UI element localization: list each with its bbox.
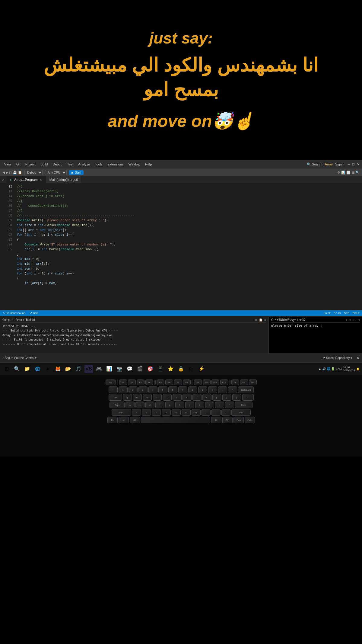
terminal-max-btn[interactable]: □ — [358, 318, 360, 322]
key-rbracket[interactable]: ] — [232, 394, 241, 401]
key-0[interactable]: 0 — [208, 386, 217, 393]
key-backtick[interactable]: ` — [109, 386, 118, 393]
notification-btn[interactable]: 🔔 — [356, 367, 360, 370]
taskbar-edge[interactable]: 🌐 — [33, 365, 42, 373]
config-dropdown[interactable]: Debug — [24, 170, 43, 175]
key-r[interactable]: r — [153, 394, 162, 401]
key-7[interactable]: 7 — [178, 386, 187, 393]
terminal-split-btn[interactable]: ⊟ — [349, 318, 351, 322]
key-rctrl[interactable]: Ctrl — [222, 417, 233, 423]
key-slash[interactable]: / — [221, 409, 230, 416]
key-pgup[interactable]: ↑PgUp — [233, 417, 244, 423]
taskbar-app9[interactable]: 📷 — [115, 365, 124, 373]
key-2[interactable]: 2 — [129, 386, 138, 393]
key-equals[interactable]: = — [228, 386, 237, 393]
menu-project[interactable]: Project — [24, 162, 37, 167]
menu-tools[interactable]: Tools — [93, 162, 104, 167]
platform-dropdown[interactable]: Any CPU — [45, 170, 67, 175]
key-c[interactable]: c — [152, 409, 161, 416]
menu-extensions[interactable]: Extensions — [106, 162, 125, 167]
menu-view[interactable]: View — [2, 162, 13, 167]
key-quote[interactable]: ' — [225, 402, 234, 408]
key-semicolon[interactable]: ; — [215, 402, 224, 408]
menu-debug[interactable]: Debug — [51, 162, 64, 167]
key-comma[interactable]: , — [202, 409, 211, 416]
key-win[interactable]: ⊞ — [119, 417, 129, 423]
key-g[interactable]: g — [165, 402, 174, 408]
key-backspace[interactable]: Backspace — [238, 386, 254, 393]
key-w[interactable]: w — [133, 394, 142, 401]
tray-icons[interactable]: ▲ 🔊 🌐 🔋 — [318, 367, 335, 370]
key-l[interactable]: l — [205, 402, 214, 408]
taskbar-app17[interactable]: ⚡ — [197, 365, 206, 373]
taskbar-app4[interactable]: 📂 — [64, 365, 72, 373]
taskbar-app15[interactable]: 🔒 — [177, 365, 185, 373]
start-button[interactable]: ▶ Start — [69, 170, 84, 175]
key-space[interactable] — [141, 417, 210, 423]
taskbar-app7[interactable]: 🎮 — [95, 365, 103, 373]
key-y[interactable]: y — [173, 394, 182, 401]
key-z[interactable]: z — [132, 409, 141, 416]
key-f4[interactable]: F4 — [145, 380, 153, 385]
taskbar-app13[interactable]: 📱 — [156, 365, 165, 373]
key-a[interactable]: a — [125, 402, 135, 408]
key-rshift[interactable]: Shift — [231, 409, 251, 416]
source-settings-btn[interactable]: ⚙ — [357, 356, 360, 360]
key-j[interactable]: j — [185, 402, 194, 408]
key-k[interactable]: k — [195, 402, 204, 408]
key-b[interactable]: b — [172, 409, 181, 416]
key-minus[interactable]: - — [218, 386, 227, 393]
taskbar-vs[interactable]: VS — [84, 365, 93, 373]
key-f7[interactable]: F7 — [174, 380, 182, 385]
terminal-add-btn[interactable]: + — [346, 318, 348, 322]
key-f[interactable]: f — [155, 402, 164, 408]
key-o[interactable]: o — [202, 394, 211, 401]
tab-main[interactable]: Main(string[]).args0 — [46, 176, 82, 183]
key-f11[interactable]: F11 — [211, 380, 219, 385]
minimize-btn[interactable]: ─ — [348, 162, 350, 166]
tab-array-program[interactable]: ◇ Array1.Program ✕ — [6, 176, 46, 183]
taskbar-app14[interactable]: ⭐ — [167, 365, 175, 373]
key-lalt[interactable]: Alt — [130, 417, 140, 423]
key-pgdn[interactable]: ↓PgDn — [245, 417, 255, 423]
taskbar-app10[interactable]: 💬 — [125, 365, 134, 373]
key-m[interactable]: m — [192, 409, 201, 416]
taskbar-app8[interactable]: 📊 — [105, 365, 113, 373]
menu-window[interactable]: Window — [127, 162, 142, 167]
key-h[interactable]: h — [175, 402, 184, 408]
key-u[interactable]: u — [183, 394, 192, 401]
output-controls[interactable]: ⚙ 📋 ✕ — [255, 318, 266, 322]
key-caps[interactable]: Caps — [110, 402, 125, 408]
taskbar-app12[interactable]: 🎯 — [146, 365, 154, 373]
key-enter[interactable]: Enter — [235, 402, 252, 408]
search-btn[interactable]: 🔍 — [13, 365, 21, 373]
signin-button[interactable]: Sign in — [335, 162, 345, 166]
close-btn[interactable]: ✕ — [357, 162, 360, 166]
key-s[interactable]: s — [135, 402, 144, 408]
key-3[interactable]: 3 — [138, 386, 148, 393]
key-f9[interactable]: F9 — [194, 380, 202, 385]
key-delete[interactable]: Del — [249, 380, 257, 385]
terminal-min-btn[interactable]: ─ — [355, 318, 357, 322]
key-t[interactable]: t — [163, 394, 172, 401]
taskbar-app11[interactable]: 🎬 — [136, 365, 144, 373]
key-q[interactable]: q — [123, 394, 132, 401]
add-source-control-btn[interactable]: ↑ Add to Source Control ▾ — [2, 356, 37, 360]
key-e[interactable]: e — [143, 394, 152, 401]
key-5[interactable]: 5 — [158, 386, 167, 393]
menu-build[interactable]: Build — [39, 162, 49, 167]
search-button[interactable]: 🔍 Search — [307, 162, 322, 166]
key-v[interactable]: v — [162, 409, 171, 416]
start-menu-btn[interactable]: ⊞ — [2, 365, 11, 373]
taskbar-app16[interactable]: 🗂 — [187, 365, 195, 373]
taskbar-app3[interactable]: 🦊 — [54, 365, 62, 373]
key-n[interactable]: n — [182, 409, 191, 416]
code-content[interactable]: //} //Array.Reverse(arr1); //Foreach (in… — [14, 183, 362, 310]
key-tab[interactable]: Tab — [109, 394, 122, 401]
terminal-close-btn[interactable]: ✕ — [352, 318, 354, 322]
key-8[interactable]: 8 — [188, 386, 197, 393]
key-backslash[interactable]: \ — [242, 394, 254, 401]
key-9[interactable]: 9 — [198, 386, 207, 393]
key-f6[interactable]: F6 — [165, 380, 173, 385]
taskbar-chrome[interactable]: ● — [43, 365, 52, 373]
